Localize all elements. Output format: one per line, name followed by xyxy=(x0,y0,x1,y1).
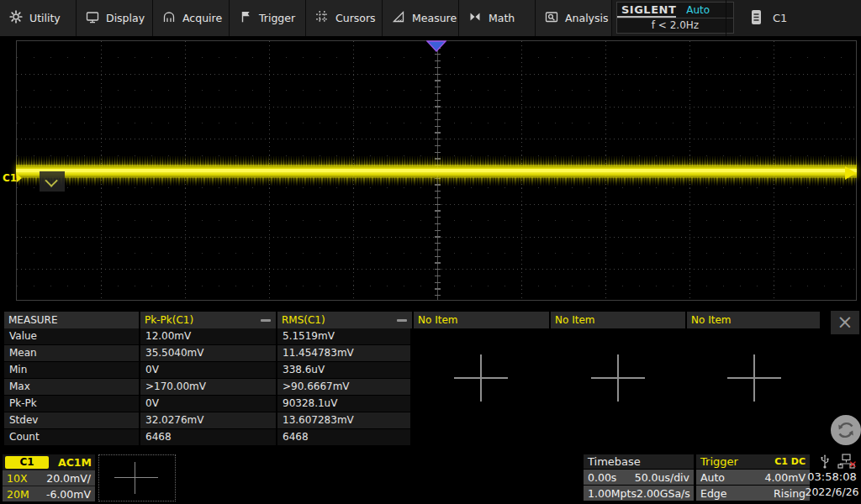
measure-row-label: Mean xyxy=(4,345,139,361)
measure-row-label: Max xyxy=(4,379,139,395)
menubar: Utility Display Acquire Trigger Cursors … xyxy=(0,0,861,36)
menu-display-label: Display xyxy=(106,12,145,24)
menu-acquire-label: Acquire xyxy=(182,12,222,24)
timebase-title: Timebase xyxy=(588,454,641,469)
display-icon xyxy=(86,10,99,26)
measure-value-cell: 6468 xyxy=(277,429,410,445)
measure-value-cell: 11.454783mV xyxy=(277,345,410,361)
channel1-scale: 20.0mV/ xyxy=(46,472,91,485)
trigger-title: Trigger xyxy=(700,454,738,469)
trigger-box[interactable]: Trigger C1 DC Auto 4.00mV Edge Rising xyxy=(696,454,810,501)
menu-utility[interactable]: Utility xyxy=(0,0,77,36)
channel1-badge[interactable]: C1 xyxy=(5,456,49,469)
trigger-type: Edge xyxy=(700,487,726,500)
menu-analysis[interactable]: Analysis xyxy=(536,0,612,36)
measure-column-rms[interactable]: RMS(C1) xyxy=(277,312,412,328)
measure-row: Max>170.00mV>90.6667mV xyxy=(0,379,410,395)
brand-trigger-status-box: SIGLENT Auto f < 2.0Hz xyxy=(616,2,734,34)
measure-value-cell: 0V xyxy=(140,362,276,378)
measure-row-label: Min xyxy=(4,362,139,378)
measure-row: Stdev32.0276mV13.607283mV xyxy=(0,412,410,428)
trigger-source: C1 DC xyxy=(774,454,806,469)
measure-row-label: Value xyxy=(4,328,139,344)
channel-marker-label[interactable]: C1 xyxy=(3,172,17,184)
network-error-x-icon: ✕ xyxy=(848,459,857,470)
channel1-descriptor-box[interactable]: C1 AC1M 10X 20.0mV/ 20M -6.00mV xyxy=(3,454,95,501)
timebase-scale: 50.0us/div xyxy=(635,471,689,484)
measure-value-cell: >90.6667mV xyxy=(277,379,410,395)
flag-icon xyxy=(239,10,252,26)
trigger-level-marker[interactable] xyxy=(845,166,856,180)
measure-column-empty-3[interactable]: No Item xyxy=(687,312,820,328)
measure-row-label: Stdev xyxy=(4,412,139,428)
measure-row: Min0V338.6uV xyxy=(0,362,410,378)
measure-column-empty-2[interactable]: No Item xyxy=(551,312,685,328)
remove-measure-icon[interactable] xyxy=(397,319,407,322)
channel-offset-indicator xyxy=(40,171,65,192)
waveform-display: C1 xyxy=(0,36,861,309)
siglent-logo: SIGLENT xyxy=(617,3,676,18)
trigger-position-marker[interactable] xyxy=(426,39,446,55)
measure-column-pkpk[interactable]: Pk-Pk(C1) xyxy=(140,312,276,328)
measure-value-cell: 6468 xyxy=(140,429,276,445)
menu-measure[interactable]: Measure xyxy=(383,0,459,36)
channel1-probe: 10X xyxy=(7,472,27,485)
remove-measure-icon[interactable] xyxy=(261,319,271,322)
measure-value-cell: 35.5040mV xyxy=(140,345,276,361)
measure-panel: MEASURE Pk-Pk(C1) RMS(C1) No Item No Ite… xyxy=(0,309,861,449)
measure-row-label: Count xyxy=(4,429,139,445)
menu-acquire[interactable]: Acquire xyxy=(153,0,230,36)
measure-value-cell: >170.00mV xyxy=(140,379,276,395)
menu-items: Utility Display Acquire Trigger Cursors … xyxy=(0,0,612,36)
active-channel-button[interactable]: C1 xyxy=(726,0,861,36)
trace-noise-lower xyxy=(16,177,857,186)
channel-marker-arrow-icon[interactable] xyxy=(17,174,22,182)
measure-column-empty-1[interactable]: No Item xyxy=(414,312,549,328)
chevron-down-icon xyxy=(45,174,58,187)
menu-math[interactable]: Math xyxy=(459,0,536,36)
measure-row: Count64686468 xyxy=(0,429,410,445)
measure-value-cell: 12.00mV xyxy=(140,328,276,344)
measure-value-cell: 338.6uV xyxy=(277,362,410,378)
add-channel-button[interactable] xyxy=(98,454,176,501)
menu-measure-label: Measure xyxy=(412,12,457,24)
measure-panel-title: MEASURE xyxy=(4,312,139,328)
add-measure-plus-icon[interactable] xyxy=(454,351,508,405)
channel-list-icon xyxy=(751,9,762,28)
usb-icon xyxy=(819,454,831,471)
measure-rows: Value12.00mV5.1519mVMean35.5040mV11.4547… xyxy=(0,328,410,446)
channel1-coupling: AC1M xyxy=(58,456,92,469)
timebase-box[interactable]: Timebase 0.00s 50.0us/div 1.00Mpts 2.00G… xyxy=(584,454,694,501)
trigger-mode: Auto xyxy=(700,471,725,484)
measure-row: Mean35.5040mV11.454783mV xyxy=(0,345,410,361)
rotate-panel-icon[interactable] xyxy=(831,415,861,445)
measure-row: Value12.00mV5.1519mV xyxy=(0,328,410,344)
menu-trigger[interactable]: Trigger xyxy=(230,0,306,36)
c1-trace-centerline xyxy=(16,169,857,172)
measure-row-label: Pk-Pk xyxy=(4,396,139,412)
menu-utility-label: Utility xyxy=(29,12,61,24)
status-bar: C1 AC1M 10X 20.0mV/ 20M -6.00mV Timebase… xyxy=(0,452,861,504)
menu-cursors-label: Cursors xyxy=(335,12,376,24)
measure-value-cell: 5.1519mV xyxy=(277,328,410,344)
sample-rate: 2.00GSa/s xyxy=(637,487,690,500)
add-measure-plus-icon[interactable] xyxy=(727,351,781,405)
clock: 03:58:08 2022/6/26 xyxy=(803,470,861,500)
menu-display[interactable]: Display xyxy=(77,0,153,36)
channel1-bandwidth: 20M xyxy=(7,488,29,501)
measure-value-cell: 0V xyxy=(140,396,276,412)
add-measure-plus-icon[interactable] xyxy=(591,351,645,405)
measure-value-cell: 90328.1uV xyxy=(277,396,410,412)
acquire-icon xyxy=(162,10,176,26)
analysis-icon xyxy=(545,10,558,26)
menu-trigger-label: Trigger xyxy=(259,12,295,24)
close-icon[interactable]: × xyxy=(831,311,859,334)
time-readout: 03:58:08 xyxy=(803,470,861,485)
active-channel-label: C1 xyxy=(773,12,787,24)
memory-depth: 1.00Mpts xyxy=(588,487,637,500)
menu-cursors[interactable]: Cursors xyxy=(306,0,383,36)
measure-row: Pk-Pk0V90328.1uV xyxy=(0,396,410,412)
cursors-icon xyxy=(315,10,329,26)
math-icon xyxy=(468,10,482,26)
menu-math-label: Math xyxy=(489,12,515,24)
